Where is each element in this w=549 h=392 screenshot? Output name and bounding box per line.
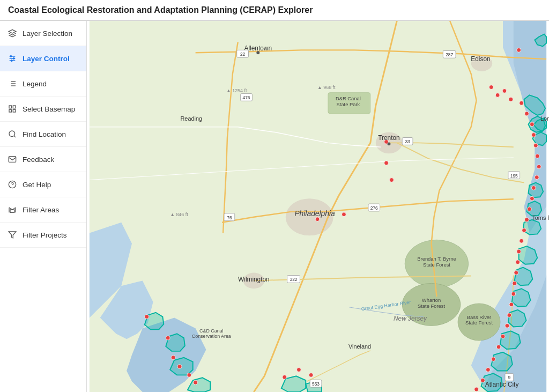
svg-text:33: 33 (405, 139, 410, 144)
svg-point-94 (474, 387, 479, 391)
svg-marker-44 (528, 183, 543, 198)
svg-point-113 (388, 142, 391, 145)
sidebar-item-find-location[interactable]: Find Location (0, 122, 86, 147)
svg-text:Wilmington: Wilmington (238, 276, 270, 283)
svg-point-6 (11, 60, 12, 62)
svg-text:State Forest: State Forest (423, 262, 450, 268)
grid-icon (8, 104, 17, 114)
svg-point-66 (509, 97, 513, 101)
list-icon (8, 79, 17, 88)
svg-point-107 (309, 373, 313, 377)
svg-point-92 (486, 368, 490, 372)
svg-point-76 (530, 196, 534, 201)
svg-point-71 (533, 143, 538, 147)
svg-text:Reading: Reading (181, 115, 202, 122)
sidebar-item-label: Layer Control (23, 55, 70, 63)
sidebar-item-legend[interactable]: Legend (0, 71, 86, 97)
app-container: Coastal Ecological Restoration and Adapt… (0, 0, 549, 392)
svg-text:State Forest: State Forest (465, 320, 493, 326)
svg-text:Vineland: Vineland (348, 343, 371, 350)
svg-point-65 (502, 89, 507, 93)
svg-point-89 (501, 334, 505, 338)
sidebar-item-label: Filter Projects (23, 231, 67, 239)
svg-point-105 (283, 375, 287, 379)
svg-point-98 (342, 212, 346, 217)
svg-text:322: 322 (290, 277, 298, 282)
svg-text:Trenton: Trenton (378, 134, 399, 142)
svg-text:▲ 1254 ft: ▲ 1254 ft (226, 88, 247, 93)
svg-text:Edison: Edison (471, 55, 490, 63)
svg-point-68 (525, 112, 529, 116)
svg-point-104 (194, 380, 198, 384)
svg-point-64 (495, 93, 500, 97)
svg-point-67 (520, 101, 524, 105)
svg-text:Brendan T. Byrne: Brendan T. Byrne (417, 256, 456, 262)
svg-point-85 (511, 292, 516, 296)
svg-point-79 (522, 228, 526, 233)
svg-text:553: 553 (312, 381, 320, 387)
svg-point-97 (389, 178, 394, 182)
svg-marker-0 (9, 29, 16, 33)
svg-text:State Forest: State Forest (418, 303, 445, 309)
sidebar-item-get-help[interactable]: Get Help (0, 172, 86, 197)
svg-point-69 (530, 122, 534, 127)
svg-rect-15 (9, 109, 12, 112)
svg-text:▲ 968 ft: ▲ 968 ft (317, 85, 336, 90)
svg-point-84 (513, 281, 517, 285)
svg-point-100 (166, 336, 170, 340)
svg-text:C&D Canal: C&D Canal (199, 328, 223, 334)
svg-point-72 (535, 154, 539, 158)
sidebar-item-filter-projects[interactable]: Filter Projects (0, 223, 86, 248)
svg-point-74 (535, 175, 539, 180)
svg-text:Long Branch: Long Branch (540, 115, 549, 122)
svg-point-91 (491, 357, 495, 361)
svg-rect-16 (13, 109, 16, 112)
svg-point-102 (177, 365, 182, 369)
svg-point-80 (520, 239, 524, 243)
sidebar-item-label: Legend (23, 80, 47, 88)
help-circle-icon (8, 180, 17, 189)
svg-text:Wharton: Wharton (422, 297, 441, 303)
svg-text:Atlantic City: Atlantic City (485, 381, 519, 388)
sidebar: Layer SelectionLayer ControlLegendSelect… (0, 21, 87, 392)
svg-text:▲ 846 ft: ▲ 846 ft (170, 212, 188, 217)
sidebar-item-layer-control[interactable]: Layer Control (0, 46, 86, 71)
svg-text:Philadelphia: Philadelphia (294, 209, 335, 218)
svg-point-70 (531, 133, 536, 137)
map-container: Allentown Edison Long Branch Trenton Phi… (87, 21, 549, 392)
svg-line-18 (14, 136, 16, 137)
sidebar-item-filter-areas[interactable]: Filter Areas (0, 197, 86, 223)
svg-text:22: 22 (240, 51, 246, 57)
sidebar-item-select-basemap[interactable]: Select Basemap (0, 97, 86, 122)
svg-point-17 (9, 131, 15, 137)
svg-point-77 (527, 207, 531, 211)
svg-point-81 (517, 249, 521, 254)
svg-text:Conservation Area: Conservation Area (192, 334, 231, 339)
sliders-icon (8, 54, 17, 63)
svg-point-87 (507, 313, 511, 317)
svg-text:476: 476 (243, 95, 250, 100)
svg-point-101 (171, 356, 175, 360)
svg-point-96 (384, 161, 389, 165)
map-svg[interactable]: Allentown Edison Long Branch Trenton Phi… (87, 21, 549, 392)
svg-marker-46 (523, 220, 541, 235)
svg-point-115 (315, 217, 320, 221)
svg-text:9: 9 (508, 375, 511, 380)
sidebar-item-label: Get Help (23, 181, 51, 189)
svg-point-88 (505, 323, 509, 328)
svg-text:287: 287 (446, 52, 453, 57)
svg-text:Toms River: Toms River (532, 215, 549, 221)
sidebar-item-feedback[interactable]: Feedback (0, 147, 86, 172)
svg-marker-51 (500, 331, 521, 349)
filter-projects-icon (8, 230, 17, 240)
sidebar-item-layer-selection[interactable]: Layer Selection (0, 21, 86, 46)
svg-point-93 (480, 378, 485, 382)
sidebar-item-label: Layer Selection (23, 29, 72, 38)
svg-point-90 (496, 345, 501, 349)
svg-text:276: 276 (370, 205, 378, 211)
svg-point-83 (514, 271, 518, 275)
svg-point-99 (145, 315, 149, 319)
svg-rect-19 (9, 157, 16, 162)
svg-point-103 (187, 373, 191, 377)
svg-point-73 (537, 165, 541, 169)
